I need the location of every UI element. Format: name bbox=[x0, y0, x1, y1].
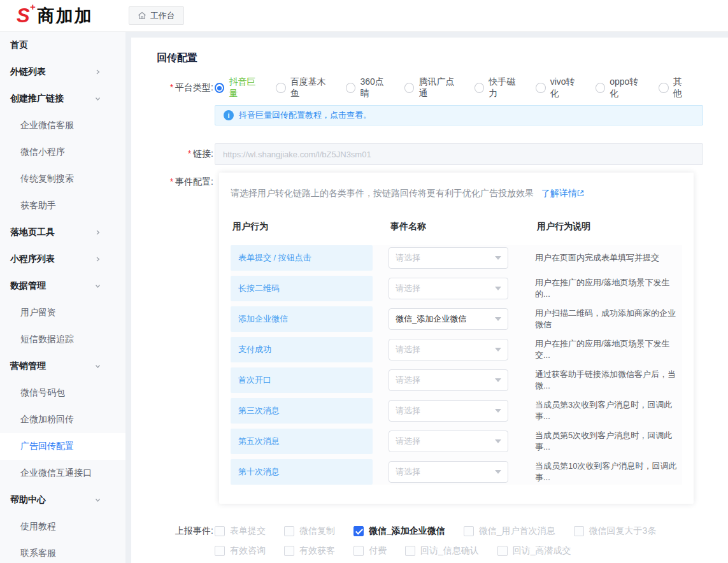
event-select[interactable]: 请选择 bbox=[389, 461, 508, 483]
event-select[interactable]: 请选择 bbox=[389, 278, 508, 299]
behavior-chip[interactable]: 表单提交 / 按钮点击 bbox=[231, 245, 373, 271]
sidebar-item-label: 外链列表 bbox=[10, 66, 46, 78]
chevron-down-icon bbox=[495, 317, 501, 321]
checkbox-valid-acquisition[interactable]: 有效获客 bbox=[284, 545, 335, 557]
checkbox-payment[interactable]: 付费 bbox=[353, 545, 387, 557]
sidebar-item-label: 企业微信客服 bbox=[20, 120, 74, 131]
checkbox-wechat-first-message[interactable]: 微信_用户首次消息 bbox=[464, 525, 555, 537]
chevron-down-icon bbox=[495, 409, 501, 413]
select-value: 请选择 bbox=[396, 436, 420, 447]
radio-baidu-jimuyu[interactable]: 百度基木鱼 bbox=[276, 76, 332, 99]
sidebar-item-label: 首页 bbox=[10, 39, 28, 51]
required-asterisk: * bbox=[188, 148, 191, 159]
learn-more-link[interactable]: 了解详情 bbox=[541, 188, 584, 198]
checkbox-revisit-info-confirm[interactable]: 回访_信息确认 bbox=[405, 545, 479, 557]
behavior-chip[interactable]: 添加企业微信 bbox=[231, 306, 373, 332]
sidebar-item-data-management[interactable]: 数据管理 bbox=[0, 273, 125, 299]
checkbox-label: 有效咨询 bbox=[230, 545, 266, 557]
select-value: 请选择 bbox=[396, 374, 420, 386]
radio-tencent-guangdiantong[interactable]: 腾讯广点通 bbox=[404, 76, 461, 99]
sidebar-item-marketing-management[interactable]: 营销管理 bbox=[0, 353, 125, 380]
sidebar-item-user-leads[interactable]: 用户留资 bbox=[0, 299, 125, 326]
behavior-description: 用户在推广的应用/落地页场景下发生的... bbox=[535, 277, 682, 300]
sidebar-item-label: 用户留资 bbox=[20, 307, 56, 318]
sidebar-item-wechat-miniprogram[interactable]: 微信小程序 bbox=[0, 139, 125, 166]
event-select[interactable]: 微信_添加企业微信 bbox=[389, 308, 508, 330]
page-title: 回传配置 bbox=[157, 52, 703, 65]
sidebar-item-label: 创建推广链接 bbox=[10, 93, 64, 104]
behavior-description: 用户在推广的应用/落地页场景下发生交... bbox=[535, 338, 682, 361]
radio-other[interactable]: 其他 bbox=[659, 76, 690, 99]
sidebar-item-label: 传统复制搜索 bbox=[20, 173, 74, 185]
behavior-description: 当成员第10次收到客户消息时，回调此事... bbox=[535, 460, 682, 483]
event-select[interactable]: 请选择 bbox=[389, 339, 508, 360]
events-card: 请选择用户转化链路上的各类事件，按链路回传将更有利于优化广告投放效果 了解详情 … bbox=[219, 173, 694, 504]
workspace-tab[interactable]: 工作台 bbox=[129, 6, 184, 25]
radio-icon bbox=[346, 83, 355, 93]
link-input[interactable] bbox=[215, 143, 703, 165]
external-link-icon bbox=[577, 190, 584, 197]
radio-icon bbox=[404, 83, 414, 93]
checkbox-form-submit[interactable]: 表单提交 bbox=[215, 525, 266, 537]
event-select[interactable]: 请选择 bbox=[389, 431, 508, 452]
checkbox-label: 回访_信息确认 bbox=[420, 545, 479, 557]
checkbox-valid-consult[interactable]: 有效咨询 bbox=[215, 545, 266, 557]
event-select[interactable]: 请选择 bbox=[389, 369, 508, 391]
radio-vivo[interactable]: vivo转化 bbox=[536, 76, 582, 99]
sidebar: 首页 外链列表 创建推广链接 企业微信客服 微信小程序 传统复制搜索 获客助手 … bbox=[0, 32, 125, 563]
sidebar-item-ad-callback-config[interactable]: 广告回传配置 bbox=[0, 433, 125, 460]
sidebar-item-sms-tracking[interactable]: 短信数据追踪 bbox=[0, 326, 125, 353]
behavior-chip[interactable]: 长按二维码 bbox=[231, 276, 373, 301]
sidebar-item-contact-support[interactable]: 联系客服 bbox=[0, 540, 125, 563]
sidebar-item-miniprogram-list[interactable]: 小程序列表 bbox=[0, 246, 125, 273]
sidebar-item-tutorials[interactable]: 使用教程 bbox=[0, 513, 125, 540]
sidebar-item-wecom-fans-callback[interactable]: 企微加粉回传 bbox=[0, 406, 125, 433]
behavior-chip[interactable]: 首次开口 bbox=[231, 367, 373, 393]
radio-icon bbox=[276, 83, 285, 93]
sidebar-item-home[interactable]: 首页 bbox=[0, 32, 125, 59]
sidebar-item-help-center[interactable]: 帮助中心 bbox=[0, 487, 125, 513]
report-events-row: 上报事件: 表单提交 微信复制 微信_添加企业微信 微信_用户首次消息 微信回复… bbox=[131, 525, 703, 563]
behavior-chip[interactable]: 第十次消息 bbox=[231, 459, 373, 485]
chevron-right-icon bbox=[95, 69, 101, 75]
report-checkbox-row-1: 表单提交 微信复制 微信_添加企业微信 微信_用户首次消息 微信回复大于3条 bbox=[215, 525, 703, 537]
radio-kuaishou-cili[interactable]: 快手磁力 bbox=[475, 76, 522, 99]
table-row: 首次开口 请选择 通过获客助手链接添加微信客户后，当微... bbox=[231, 367, 682, 393]
sidebar-item-wecom-service[interactable]: 企业微信客服 bbox=[0, 112, 125, 139]
sidebar-item-label: 微信小程序 bbox=[20, 146, 65, 158]
checkbox-icon bbox=[464, 526, 474, 536]
link-row: *链接: bbox=[131, 143, 703, 165]
table-row: 长按二维码 请选择 用户在推广的应用/落地页场景下发生的... bbox=[231, 276, 682, 301]
checkbox-icon bbox=[215, 526, 225, 536]
report-checkbox-row-2: 有效咨询 有效获客 付费 回访_信息确认 回访_高潜成交 bbox=[215, 545, 703, 557]
sidebar-item-label: 小程序列表 bbox=[10, 253, 55, 265]
sidebar-item-landing-page-tools[interactable]: 落地页工具 bbox=[0, 219, 125, 246]
checkbox-icon bbox=[284, 526, 294, 536]
sidebar-item-copy-search[interactable]: 传统复制搜索 bbox=[0, 166, 125, 192]
sidebar-item-create-promo-link[interactable]: 创建推广链接 bbox=[0, 85, 125, 112]
event-select[interactable]: 请选择 bbox=[389, 400, 508, 422]
checkbox-wechat-copy[interactable]: 微信复制 bbox=[284, 525, 335, 537]
sidebar-item-external-links[interactable]: 外链列表 bbox=[0, 59, 125, 85]
behavior-description: 用户扫描二维码，成功添加商家的企业微信 bbox=[535, 308, 682, 331]
sidebar-item-label: 企业微信互通接口 bbox=[20, 467, 92, 479]
checkbox-wechat-reply-gt3[interactable]: 微信回复大于3条 bbox=[574, 525, 657, 537]
checkbox-label: 付费 bbox=[369, 545, 387, 557]
tutorial-notice[interactable]: i 抖音巨量回传配置教程，点击查看。 bbox=[215, 105, 703, 125]
behavior-chip[interactable]: 第三次消息 bbox=[231, 398, 373, 424]
radio-douyin-juliang[interactable]: 抖音巨量 bbox=[215, 76, 262, 99]
sidebar-item-wecom-interop-api[interactable]: 企业微信互通接口 bbox=[0, 460, 125, 487]
app-logo[interactable]: S+ 商加加 bbox=[17, 4, 93, 27]
column-header-event-name: 事件名称 bbox=[390, 221, 537, 232]
radio-360-dianjing[interactable]: 360点睛 bbox=[346, 76, 391, 99]
event-select[interactable]: 请选择 bbox=[389, 247, 508, 269]
behavior-chip[interactable]: 支付成功 bbox=[231, 337, 373, 362]
sidebar-item-customer-assistant[interactable]: 获客助手 bbox=[0, 192, 125, 219]
radio-oppo[interactable]: oppo转化 bbox=[596, 76, 645, 99]
behavior-chip[interactable]: 第五次消息 bbox=[231, 429, 373, 454]
chevron-right-icon bbox=[95, 230, 101, 236]
required-asterisk: * bbox=[170, 176, 173, 187]
sidebar-item-wechat-number-pack[interactable]: 微信号码包 bbox=[0, 380, 125, 406]
checkbox-wechat-add-wecom[interactable]: 微信_添加企业微信 bbox=[353, 525, 445, 537]
checkbox-revisit-high-potential[interactable]: 回访_高潜成交 bbox=[497, 545, 571, 557]
